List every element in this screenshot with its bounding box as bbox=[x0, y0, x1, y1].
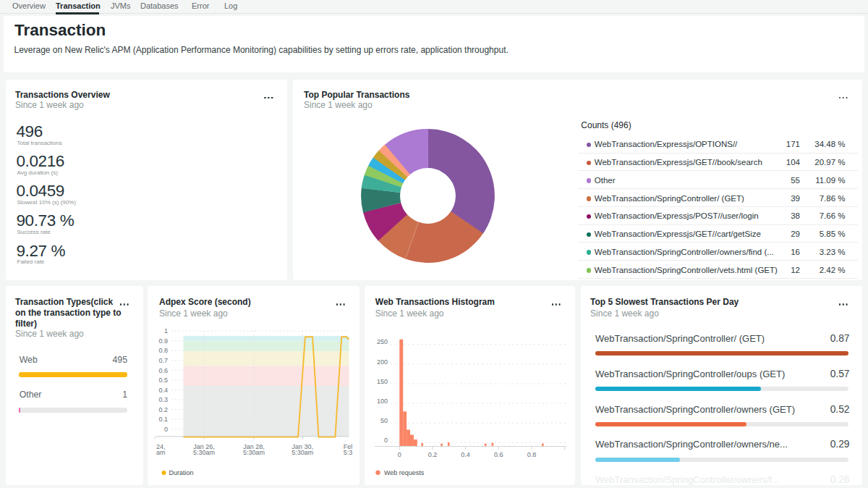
svg-text:5:30am: 5:30am bbox=[193, 448, 215, 455]
svg-text:200: 200 bbox=[377, 358, 388, 365]
svg-text:0.7: 0.7 bbox=[158, 357, 168, 364]
svg-text:Duration: Duration bbox=[169, 469, 194, 476]
svg-text:0.5: 0.5 bbox=[158, 376, 168, 384]
svg-text:1: 1 bbox=[164, 327, 168, 335]
svg-text:5:3: 5:3 bbox=[344, 448, 353, 455]
svg-text:0.3: 0.3 bbox=[158, 396, 168, 403]
svg-text:Web requests: Web requests bbox=[384, 469, 425, 476]
svg-text:100: 100 bbox=[377, 397, 388, 404]
svg-text:0.4: 0.4 bbox=[158, 386, 168, 393]
svg-text:0.8: 0.8 bbox=[527, 450, 537, 458]
svg-text:0.6: 0.6 bbox=[158, 366, 168, 374]
svg-text:250: 250 bbox=[377, 338, 388, 345]
svg-text:5:30am: 5:30am bbox=[243, 448, 265, 455]
svg-text:0: 0 bbox=[164, 426, 168, 433]
svg-text:0.2: 0.2 bbox=[428, 450, 438, 458]
svg-text:0: 0 bbox=[398, 450, 401, 458]
svg-text:50: 50 bbox=[380, 416, 388, 424]
svg-text:am: am bbox=[156, 448, 166, 455]
svg-text:0.1: 0.1 bbox=[158, 416, 168, 423]
svg-text:150: 150 bbox=[377, 377, 388, 384]
svg-text:0.8: 0.8 bbox=[158, 347, 168, 354]
svg-text:0.2: 0.2 bbox=[158, 405, 168, 413]
svg-text:5:30am: 5:30am bbox=[292, 448, 313, 455]
svg-text:0.4: 0.4 bbox=[461, 450, 470, 458]
svg-text:0.6: 0.6 bbox=[494, 450, 503, 458]
svg-text:0.9: 0.9 bbox=[158, 337, 168, 345]
svg-text:0: 0 bbox=[384, 437, 388, 444]
